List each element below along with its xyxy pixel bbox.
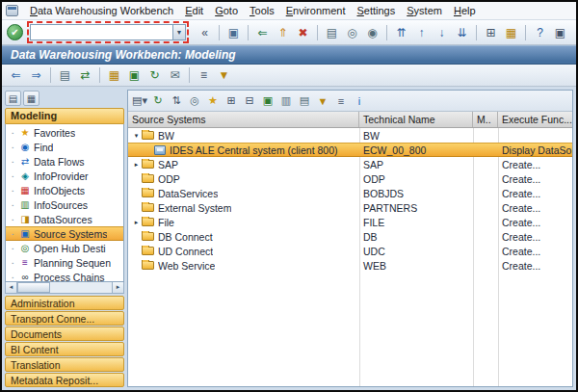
column-header-execute-func[interactable]: Execute Func... bbox=[498, 112, 572, 127]
save-icon[interactable]: ▣ bbox=[224, 23, 243, 41]
sidebar-button-administration[interactable]: Administration bbox=[5, 296, 124, 310]
scrollbar-track[interactable] bbox=[17, 282, 112, 293]
hierarchy-icon[interactable]: ≡ bbox=[195, 66, 213, 85]
filter-icon[interactable]: ▼ bbox=[215, 66, 233, 85]
menu-item-system[interactable]: System bbox=[401, 4, 448, 17]
scroll-left-icon[interactable]: ◂ bbox=[6, 282, 17, 293]
new-session-icon[interactable]: ⊞ bbox=[482, 23, 500, 41]
display-icon[interactable]: ▥ bbox=[277, 92, 295, 110]
monitor-icon[interactable]: ▣ bbox=[259, 92, 276, 110]
print-icon[interactable]: ▤ bbox=[296, 92, 313, 110]
refresh-icon[interactable]: ↻ bbox=[149, 92, 167, 110]
collapse-all-icon[interactable]: ⊟ bbox=[241, 92, 258, 110]
nav-forward-icon[interactable]: ⇒ bbox=[27, 66, 45, 85]
table-row-ides-ale-central-system-client-800[interactable]: IDES ALE Central system (client 800)ECW_… bbox=[128, 143, 572, 157]
create-shortcut-icon[interactable]: ▦ bbox=[502, 23, 520, 41]
cell-source-system: UD Connect bbox=[128, 246, 359, 257]
sidebar-item-process-chains[interactable]: ▪∞Process Chains bbox=[6, 270, 123, 282]
page-up-icon[interactable]: ↑ bbox=[412, 23, 431, 41]
sidebar-item-open-hub-desti[interactable]: ▪◎Open Hub Desti bbox=[6, 241, 123, 255]
data-flow-icon[interactable]: ⇄ bbox=[76, 66, 94, 85]
monitor-icon[interactable]: ▣ bbox=[125, 66, 144, 85]
where-used-icon[interactable]: ▤ bbox=[56, 66, 74, 85]
navigation-pane-icon[interactable]: ▤ bbox=[5, 91, 21, 106]
menu-item-goto[interactable]: Goto bbox=[209, 4, 244, 17]
menu-item-settings[interactable]: Settings bbox=[351, 4, 401, 17]
settings-icon[interactable]: ≡ bbox=[332, 92, 350, 110]
menu-item-data-warehousing-workbench[interactable]: Data Warehousing Workbench bbox=[24, 4, 179, 17]
history-collapse-icon[interactable]: « bbox=[196, 23, 214, 41]
object-overview-icon[interactable]: ▦ bbox=[105, 66, 123, 85]
table-row-dataservices[interactable]: DataServicesBOBJDSCreate... bbox=[128, 186, 572, 200]
sidebar-item-data-flows[interactable]: ▪⇄Data Flows bbox=[6, 154, 123, 169]
page-down-icon[interactable]: ↓ bbox=[433, 23, 451, 41]
menu-item-edit[interactable]: Edit bbox=[179, 4, 209, 17]
sidebar-horizontal-scrollbar[interactable]: ◂ ▸ bbox=[5, 282, 124, 294]
back-icon[interactable]: ⇐ bbox=[253, 23, 272, 41]
last-page-icon[interactable]: ⇊ bbox=[453, 23, 471, 41]
expand-all-icon[interactable]: ⊞ bbox=[223, 92, 240, 110]
command-field[interactable] bbox=[30, 24, 172, 40]
table-row-external-system[interactable]: External SystemPARTNERSCreate... bbox=[128, 200, 572, 215]
sort-icon[interactable]: ⇅ bbox=[168, 92, 185, 110]
first-page-icon[interactable]: ⇈ bbox=[392, 23, 410, 41]
sidebar-item-label: Favorites bbox=[34, 127, 75, 139]
cell-source-system: IDES ALE Central system (client 800) bbox=[128, 144, 359, 156]
column-header-source-systems[interactable]: Source Systems bbox=[128, 112, 359, 127]
find-icon[interactable]: ◎ bbox=[343, 23, 361, 41]
cell-execute-function: Create... bbox=[498, 173, 572, 185]
cancel-icon[interactable]: ✖ bbox=[294, 23, 312, 41]
nav-back-icon[interactable]: ⇐ bbox=[7, 66, 25, 85]
help-icon[interactable]: ? bbox=[531, 23, 549, 41]
table-row-file[interactable]: ▸FileFILECreate... bbox=[128, 215, 572, 229]
cell-source-system: DataServices bbox=[128, 188, 359, 199]
table-row-db-connect[interactable]: DB ConnectDBCreate... bbox=[128, 229, 572, 244]
print-icon[interactable]: ▤ bbox=[323, 23, 341, 41]
menu-item-environment[interactable]: Environment bbox=[280, 4, 352, 17]
table-row-bw[interactable]: ▾BWBW bbox=[128, 128, 572, 143]
exit-icon[interactable]: ⇑ bbox=[274, 23, 292, 41]
filter-icon[interactable]: ▼ bbox=[314, 92, 331, 110]
info-icon[interactable]: i bbox=[351, 92, 368, 110]
sidebar-item-datasources[interactable]: ▪◨DataSources bbox=[6, 212, 123, 226]
table-row-ud-connect[interactable]: UD ConnectUDCCreate... bbox=[128, 244, 572, 258]
sidebar-button-bi-content[interactable]: BI Content bbox=[5, 342, 124, 356]
find-next-icon[interactable]: ◉ bbox=[363, 23, 381, 41]
sidebar-item-planning-sequen[interactable]: ▪≡Planning Sequen bbox=[6, 255, 123, 270]
sidebar-item-find[interactable]: ▪◉Find bbox=[6, 140, 123, 154]
menu-item-help[interactable]: Help bbox=[448, 4, 482, 17]
command-field-dropdown-icon[interactable]: ▼ bbox=[172, 24, 186, 40]
sidebar-header-modeling[interactable]: Modeling bbox=[5, 108, 124, 124]
view-menu-icon[interactable]: ▤▾ bbox=[131, 92, 148, 110]
scrollbar-thumb[interactable] bbox=[17, 282, 50, 293]
table-row-web-service[interactable]: Web ServiceWEBCreate... bbox=[128, 258, 572, 273]
expander-icon[interactable]: ▾ bbox=[131, 132, 142, 140]
datasources-icon: ◨ bbox=[19, 214, 31, 224]
expander-icon[interactable]: ▸ bbox=[131, 161, 142, 169]
technical-names-icon[interactable]: ▦ bbox=[23, 91, 39, 106]
sidebar-item-infosources[interactable]: ▪▥InfoSources bbox=[6, 197, 123, 212]
sidebar-button-metadata-reposit[interactable]: Metadata Reposit... bbox=[5, 373, 124, 387]
sidebar-item-infoprovider[interactable]: ▪◈InfoProvider bbox=[6, 169, 123, 183]
table-row-sap[interactable]: ▸SAPSAPCreate... bbox=[128, 157, 572, 171]
find-icon[interactable]: ◎ bbox=[186, 92, 203, 110]
toolbar-separator bbox=[50, 67, 51, 83]
refresh-icon[interactable]: ↻ bbox=[145, 66, 164, 85]
sidebar-button-documents[interactable]: Documents bbox=[5, 327, 124, 341]
favorites-icon[interactable]: ★ bbox=[204, 92, 222, 110]
table-row-odp[interactable]: ODPODPCreate... bbox=[128, 171, 572, 186]
column-header-m[interactable]: M.. bbox=[473, 112, 498, 127]
sidebar-item-favorites[interactable]: ▪★Favorites bbox=[6, 125, 123, 140]
mail-icon[interactable]: ✉ bbox=[166, 66, 184, 85]
customize-layout-icon[interactable]: ▣ bbox=[551, 23, 569, 41]
menu-item-tools[interactable]: Tools bbox=[244, 4, 280, 17]
sidebar-button-translation[interactable]: Translation bbox=[5, 357, 124, 372]
enter-icon[interactable]: ✔ bbox=[7, 24, 23, 40]
sidebar-item-source-systems[interactable]: ▪▣Source Systems bbox=[6, 226, 123, 241]
system-menu-icon[interactable] bbox=[6, 5, 18, 16]
sidebar-button-transport-conne[interactable]: Transport Conne... bbox=[5, 311, 124, 326]
expander-icon[interactable]: ▸ bbox=[131, 219, 142, 226]
column-header-technical-name[interactable]: Technical Name bbox=[359, 112, 473, 127]
sidebar-item-infoobjects[interactable]: ▪▦InfoObjects bbox=[6, 183, 123, 197]
scroll-right-icon[interactable]: ▸ bbox=[112, 282, 123, 293]
